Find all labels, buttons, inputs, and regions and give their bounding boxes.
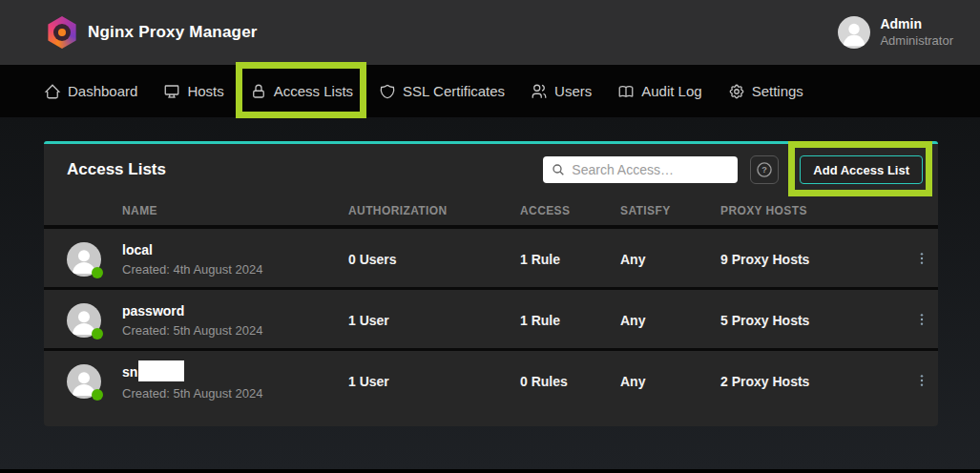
kebab-menu-icon <box>914 372 929 389</box>
main-nav: Dashboard Hosts Access Lists SSL Certifi… <box>0 65 980 117</box>
authorization-value: 1 User <box>348 313 520 328</box>
redaction-box <box>138 360 184 381</box>
created-date: Created: 5th August 2024 <box>122 386 348 401</box>
nav-label: SSL Certificates <box>403 83 505 99</box>
monitor-icon <box>163 83 180 100</box>
access-list-name: sn <box>122 364 137 380</box>
nav-label: Settings <box>752 83 803 99</box>
page-body: Access Lists ? Add Access Lis <box>0 117 980 469</box>
nav-item-dashboard[interactable]: Dashboard <box>42 65 139 117</box>
svg-text:?: ? <box>762 165 768 175</box>
satisfy-value: Any <box>620 252 720 267</box>
nav-item-users[interactable]: Users <box>529 65 594 117</box>
created-date: Created: 4th August 2024 <box>122 262 348 278</box>
authorization-value: 0 Users <box>348 252 520 267</box>
nav-item-access-lists[interactable]: Access Lists <box>248 65 355 117</box>
app-header: Nginx Proxy Manager Admin Administrator <box>0 0 980 65</box>
row-actions-menu-button[interactable] <box>907 307 937 335</box>
nav-label: Audit Log <box>641 83 701 99</box>
table-row[interactable]: password Created: 5th August 2024 1 User… <box>44 290 938 351</box>
lock-icon <box>250 83 267 100</box>
search-box <box>543 156 738 183</box>
access-value: 1 Rule <box>520 252 620 267</box>
access-lists-card: Access Lists ? Add Access Lis <box>44 141 938 426</box>
nav-label: Hosts <box>187 83 223 99</box>
kebab-menu-icon <box>914 311 929 328</box>
nav-label: Users <box>554 83 592 99</box>
column-header-authorization: AUTHORIZATION <box>348 204 520 217</box>
nav-item-hosts[interactable]: Hosts <box>161 65 225 117</box>
card-header: Access Lists ? Add Access Lis <box>44 144 938 195</box>
nav-item-settings[interactable]: Settings <box>726 65 805 117</box>
status-online-dot <box>92 389 103 401</box>
access-list-name: local <box>122 242 348 258</box>
nav-item-audit-log[interactable]: Audit Log <box>615 65 703 117</box>
row-actions-menu-button[interactable] <box>907 246 937 274</box>
table-header-row: NAME AUTHORIZATION ACCESS SATISFY PROXY … <box>44 195 938 229</box>
nav-label: Access Lists <box>274 83 353 99</box>
nginx-proxy-manager-logo-icon <box>46 16 78 49</box>
access-value: 1 Rule <box>520 313 620 328</box>
authorization-value: 1 User <box>348 374 520 389</box>
bottom-edge <box>0 469 980 473</box>
logo-core-dot <box>58 29 66 36</box>
book-icon <box>617 83 635 100</box>
help-icon: ? <box>755 160 774 179</box>
status-online-dot <box>92 328 103 339</box>
search-icon <box>551 162 566 177</box>
proxy-hosts-value: 9 Proxy Hosts <box>720 252 905 267</box>
person-icon <box>838 16 870 49</box>
user-name: Admin <box>880 16 953 33</box>
search-input[interactable] <box>572 156 732 183</box>
nav-item-ssl-certificates[interactable]: SSL Certificates <box>377 65 507 117</box>
satisfy-value: Any <box>620 374 720 389</box>
access-value: 0 Rules <box>520 374 620 389</box>
gear-icon <box>728 83 745 100</box>
proxy-hosts-value: 5 Proxy Hosts <box>720 313 905 328</box>
table-row[interactable]: local Created: 4th August 2024 0 Users 1… <box>44 229 938 290</box>
kebab-menu-icon <box>914 250 929 267</box>
shield-icon <box>379 83 396 100</box>
user-avatar[interactable] <box>838 16 870 49</box>
users-icon <box>531 83 548 100</box>
column-header-proxy-hosts: PROXY HOSTS <box>720 204 905 217</box>
page-title: Access Lists <box>67 160 166 179</box>
created-date: Created: 5th August 2024 <box>122 323 348 339</box>
help-button[interactable]: ? <box>750 155 779 184</box>
column-header-satisfy: SATISFY <box>620 204 720 217</box>
table-row[interactable]: sn Created: 5th August 2024 1 User 0 Rul… <box>44 351 938 412</box>
user-menu[interactable]: Admin Administrator <box>838 0 953 65</box>
access-list-name: password <box>122 303 348 319</box>
user-role: Administrator <box>880 33 953 49</box>
proxy-hosts-value: 2 Proxy Hosts <box>720 374 905 389</box>
satisfy-value: Any <box>620 313 720 328</box>
home-icon <box>44 83 61 100</box>
app-window: Nginx Proxy Manager Admin Administrator … <box>0 0 980 473</box>
column-header-access: ACCESS <box>520 204 620 217</box>
app-title: Nginx Proxy Manager <box>88 0 258 65</box>
column-header-name: NAME <box>122 204 348 217</box>
add-access-list-button[interactable]: Add Access List <box>800 155 923 184</box>
row-actions-menu-button[interactable] <box>907 368 937 396</box>
nav-label: Dashboard <box>68 83 137 99</box>
status-online-dot <box>92 267 103 278</box>
